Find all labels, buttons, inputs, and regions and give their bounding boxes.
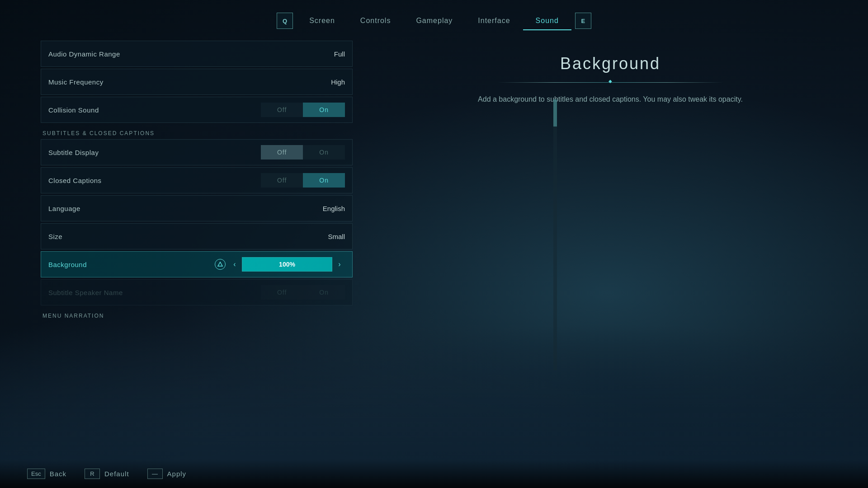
setting-label-background: Background xyxy=(48,261,215,268)
closed-captions-off-btn[interactable]: Off xyxy=(261,173,303,188)
back-action[interactable]: Esc Back xyxy=(27,469,66,479)
apply-label: Apply xyxy=(167,470,187,478)
setting-label-size: Size xyxy=(48,233,309,240)
collision-sound-toggle[interactable]: Off On xyxy=(261,103,345,117)
slider-right-arrow[interactable]: › xyxy=(334,257,345,272)
default-action[interactable]: R Default xyxy=(85,469,129,479)
background-slider-icon xyxy=(215,259,226,270)
prev-key-badge[interactable]: Q xyxy=(277,13,293,29)
description-divider xyxy=(497,82,723,83)
setting-label-audio-dynamic-range: Audio Dynamic Range xyxy=(48,50,309,58)
setting-value-language: English xyxy=(309,205,345,212)
svg-marker-0 xyxy=(218,262,222,266)
description-panel: Background Add a background to subtitles… xyxy=(353,41,868,474)
tab-interface[interactable]: Interface xyxy=(465,13,523,28)
setting-subtitle-speaker-name[interactable]: Subtitle Speaker Name Off On xyxy=(41,279,353,305)
tab-screen[interactable]: Screen xyxy=(297,13,348,28)
setting-value-size: Small xyxy=(309,233,345,240)
setting-value-music-frequency: High xyxy=(309,78,345,86)
scrollbar-track[interactable] xyxy=(553,99,557,371)
settings-panel: Audio Dynamic Range Full Music Frequency… xyxy=(41,41,353,474)
setting-label-language: Language xyxy=(48,205,309,212)
next-key-badge[interactable]: E xyxy=(575,13,591,29)
setting-language[interactable]: Language English xyxy=(41,195,353,221)
default-label: Default xyxy=(104,470,129,478)
setting-background[interactable]: Background ‹ 100% › xyxy=(41,251,353,277)
subtitle-speaker-on-btn[interactable]: On xyxy=(303,285,345,300)
subtitle-speaker-toggle[interactable]: Off On xyxy=(261,285,345,300)
section-header-subtitles: Subtitles & Closed Captions xyxy=(41,125,353,139)
subtitle-speaker-off-btn[interactable]: Off xyxy=(261,285,303,300)
slider-left-arrow[interactable]: ‹ xyxy=(229,257,240,272)
tab-gameplay[interactable]: Gameplay xyxy=(403,13,465,28)
background-slider-container[interactable]: ‹ 100% › xyxy=(215,257,345,272)
setting-closed-captions[interactable]: Closed Captions Off On xyxy=(41,167,353,193)
apply-action[interactable]: — Apply xyxy=(147,469,187,479)
tab-sound[interactable]: Sound xyxy=(523,13,571,28)
main-content: Audio Dynamic Range Full Music Frequency… xyxy=(0,36,868,479)
subtitle-display-toggle[interactable]: Off On xyxy=(261,145,345,160)
subtitle-display-off-btn[interactable]: Off xyxy=(261,145,303,160)
setting-size[interactable]: Size Small xyxy=(41,223,353,249)
slider-value: 100% xyxy=(279,261,295,268)
slider-track[interactable]: 100% xyxy=(242,257,332,272)
setting-label-closed-captions: Closed Captions xyxy=(48,177,261,184)
setting-label-collision-sound: Collision Sound xyxy=(48,106,261,114)
closed-captions-on-btn[interactable]: On xyxy=(303,173,345,188)
setting-subtitle-display[interactable]: Subtitle Display Off On xyxy=(41,139,353,165)
back-label: Back xyxy=(50,470,66,478)
subtitle-display-on-btn[interactable]: On xyxy=(303,145,345,160)
closed-captions-toggle[interactable]: Off On xyxy=(261,173,345,188)
apply-key-badge: — xyxy=(147,469,163,479)
collision-sound-off-btn[interactable]: Off xyxy=(261,103,303,117)
setting-value-audio-dynamic-range: Full xyxy=(309,50,345,58)
setting-label-music-frequency: Music Frequency xyxy=(48,78,309,86)
setting-music-frequency[interactable]: Music Frequency High xyxy=(41,69,353,95)
setting-collision-sound[interactable]: Collision Sound Off On xyxy=(41,97,353,123)
setting-label-subtitle-display: Subtitle Display xyxy=(48,149,261,156)
description-title: Background xyxy=(560,54,660,73)
collision-sound-on-btn[interactable]: On xyxy=(303,103,345,117)
back-key-badge: Esc xyxy=(27,469,45,479)
tab-controls[interactable]: Controls xyxy=(348,13,404,28)
bottom-bar: Esc Back R Default — Apply xyxy=(0,460,868,488)
scrollbar-thumb[interactable] xyxy=(553,99,557,127)
default-key-badge: R xyxy=(85,469,100,479)
section-header-menu-narration: Menu Narration xyxy=(41,307,353,322)
setting-label-subtitle-speaker-name: Subtitle Speaker Name xyxy=(48,289,261,296)
description-text: Add a background to subtitles and closed… xyxy=(478,94,743,105)
setting-audio-dynamic-range[interactable]: Audio Dynamic Range Full xyxy=(41,41,353,67)
top-navigation: Q Screen Controls Gameplay Interface Sou… xyxy=(0,0,868,36)
